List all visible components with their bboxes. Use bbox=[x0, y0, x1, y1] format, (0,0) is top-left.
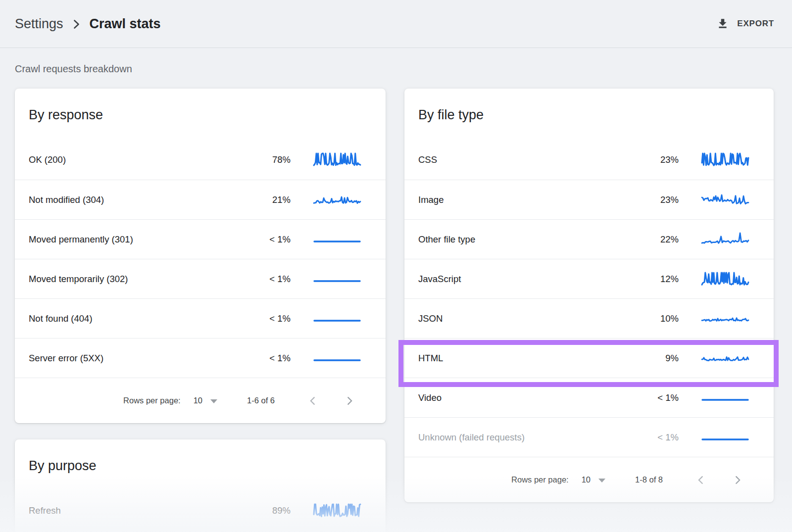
dropdown-arrow-icon bbox=[210, 399, 217, 403]
page-title: Crawl stats bbox=[90, 16, 161, 32]
row-label: OK (200) bbox=[29, 154, 236, 165]
export-button[interactable]: EXPORT bbox=[716, 17, 774, 30]
sparkline-chart bbox=[312, 503, 362, 519]
row-percentage: 22% bbox=[624, 234, 679, 245]
next-page-button[interactable] bbox=[732, 475, 743, 485]
sparkline-chart bbox=[700, 390, 750, 406]
rows-per-page-select[interactable]: 10 bbox=[194, 396, 217, 405]
rows-per-page-label: Rows per page: bbox=[123, 396, 181, 405]
dropdown-arrow-icon bbox=[598, 479, 605, 483]
row-label: Moved permanently (301) bbox=[29, 234, 236, 245]
chevron-right-icon bbox=[73, 19, 80, 29]
sparkline-chart bbox=[312, 192, 362, 208]
pagination-range: 1-6 of 6 bbox=[247, 396, 275, 405]
section-title: Crawl requests breakdown bbox=[0, 48, 792, 75]
row-percentage: < 1% bbox=[236, 313, 291, 324]
rows-per-page-select[interactable]: 10 bbox=[582, 475, 605, 484]
by-file-type-card: By file type CSS23%Image23%Other file ty… bbox=[404, 89, 774, 502]
row-label: Video bbox=[418, 392, 624, 403]
sparkline-chart bbox=[700, 350, 750, 366]
crawl-stats-page: Settings Crawl stats EXPORT Crawl reques… bbox=[0, 0, 792, 532]
table-row[interactable]: CSS23% bbox=[404, 140, 774, 180]
by-response-rows: OK (200)78%Not modified (304)21%Moved pe… bbox=[15, 140, 386, 378]
row-percentage: 10% bbox=[624, 313, 679, 324]
table-row[interactable]: Moved temporarily (302)< 1% bbox=[15, 259, 386, 298]
table-row[interactable]: JSON10% bbox=[404, 298, 774, 338]
row-label: Moved temporarily (302) bbox=[29, 274, 236, 285]
row-percentage: < 1% bbox=[624, 392, 679, 403]
row-label: Other file type bbox=[418, 234, 624, 245]
row-label: Unknown (failed requests) bbox=[418, 432, 624, 443]
table-row[interactable]: Not found (404)< 1% bbox=[15, 298, 386, 338]
row-label: Server error (5XX) bbox=[29, 353, 236, 364]
row-percentage: < 1% bbox=[624, 432, 679, 443]
sparkline-chart bbox=[312, 152, 362, 168]
rows-per-page-value: 10 bbox=[194, 396, 202, 405]
row-percentage: < 1% bbox=[236, 234, 291, 245]
breadcrumb-settings-link[interactable]: Settings bbox=[15, 16, 63, 32]
row-percentage: 23% bbox=[624, 154, 679, 165]
table-row[interactable]: Unknown (failed requests)< 1% bbox=[404, 417, 774, 457]
row-percentage: < 1% bbox=[236, 274, 291, 285]
card-title-by-file-type: By file type bbox=[404, 89, 774, 123]
right-column: By file type CSS23%Image23%Other file ty… bbox=[404, 89, 774, 502]
table-row[interactable]: Server error (5XX)< 1% bbox=[15, 338, 386, 378]
by-purpose-rows: Refresh89% bbox=[15, 491, 386, 531]
table-row[interactable]: JavaScript12% bbox=[404, 259, 774, 298]
by-response-card: By response OK (200)78%Not modified (304… bbox=[15, 89, 386, 423]
row-percentage: 21% bbox=[236, 194, 291, 205]
row-percentage: < 1% bbox=[236, 353, 291, 364]
row-label: CSS bbox=[418, 154, 624, 165]
left-column: By response OK (200)78%Not modified (304… bbox=[15, 89, 386, 532]
row-label: Not found (404) bbox=[29, 313, 236, 324]
previous-page-button[interactable] bbox=[307, 395, 318, 406]
sparkline-chart bbox=[312, 232, 362, 247]
row-percentage: 89% bbox=[236, 505, 291, 516]
table-row[interactable]: Refresh89% bbox=[15, 491, 386, 531]
by-response-pagination: Rows per page: 10 1-6 of 6 bbox=[15, 378, 386, 423]
sparkline-chart bbox=[700, 430, 750, 445]
row-label: JavaScript bbox=[418, 274, 624, 285]
row-label: Image bbox=[418, 194, 624, 205]
rows-per-page-value: 10 bbox=[582, 475, 591, 484]
card-title-by-purpose: By purpose bbox=[15, 439, 386, 474]
top-bar: Settings Crawl stats EXPORT bbox=[0, 0, 792, 48]
export-label: EXPORT bbox=[737, 19, 774, 29]
by-purpose-card: By purpose Refresh89% bbox=[15, 439, 386, 532]
row-label: Not modified (304) bbox=[29, 194, 236, 205]
sparkline-chart bbox=[700, 271, 750, 287]
table-row[interactable]: OK (200)78% bbox=[15, 140, 386, 180]
sparkline-chart bbox=[312, 311, 362, 327]
row-percentage: 78% bbox=[236, 154, 291, 165]
sparkline-chart bbox=[700, 192, 750, 208]
sparkline-chart bbox=[700, 311, 750, 327]
download-icon bbox=[716, 17, 729, 30]
previous-page-button[interactable] bbox=[695, 475, 706, 485]
row-label: Refresh bbox=[29, 505, 236, 516]
rows-per-page-label: Rows per page: bbox=[511, 475, 569, 484]
by-file-type-rows: CSS23%Image23%Other file type22%JavaScri… bbox=[404, 140, 774, 457]
table-row[interactable]: Image23% bbox=[404, 180, 774, 219]
table-row[interactable]: Video< 1% bbox=[404, 378, 774, 417]
sparkline-chart bbox=[312, 350, 362, 366]
sparkline-chart bbox=[312, 271, 362, 287]
sparkline-chart bbox=[700, 232, 750, 247]
table-row[interactable]: Not modified (304)21% bbox=[15, 180, 386, 219]
row-percentage: 23% bbox=[624, 194, 679, 205]
table-row[interactable]: Moved permanently (301)< 1% bbox=[15, 219, 386, 259]
breadcrumb: Settings Crawl stats bbox=[15, 16, 161, 32]
cards-area: By response OK (200)78%Not modified (304… bbox=[0, 75, 792, 532]
next-page-button[interactable] bbox=[344, 395, 355, 406]
card-title-by-response: By response bbox=[15, 89, 386, 123]
row-label: JSON bbox=[418, 313, 624, 324]
row-percentage: 9% bbox=[624, 353, 679, 364]
sparkline-chart bbox=[700, 152, 750, 168]
table-row[interactable]: Other file type22% bbox=[404, 219, 774, 259]
pagination-range: 1-8 of 8 bbox=[635, 475, 663, 484]
row-percentage: 12% bbox=[624, 274, 679, 285]
by-file-type-pagination: Rows per page: 10 1-8 of 8 bbox=[404, 457, 774, 502]
row-label: HTML bbox=[418, 353, 624, 364]
table-row[interactable]: HTML9% bbox=[404, 338, 774, 378]
